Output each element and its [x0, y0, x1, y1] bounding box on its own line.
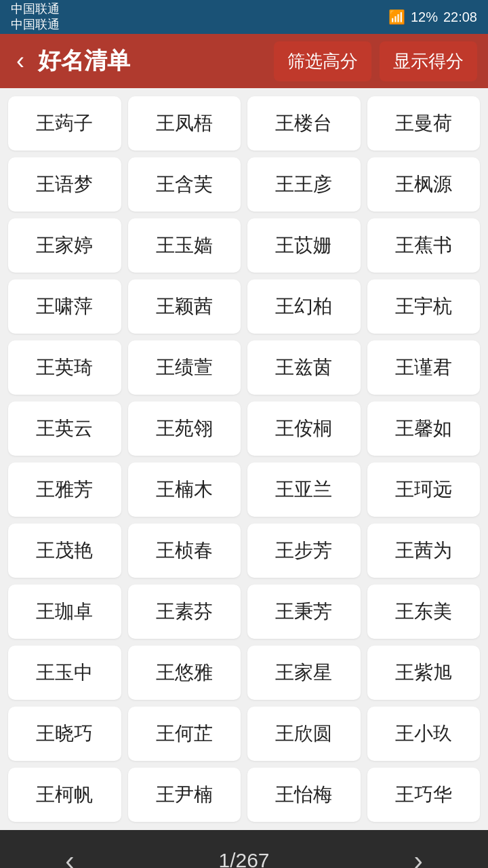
name-card[interactable]: 王兹茵: [247, 340, 361, 395]
name-card[interactable]: 王玉中: [8, 646, 121, 700]
name-card[interactable]: 王侒桐: [247, 401, 361, 456]
name-card[interactable]: 王怡梅: [247, 768, 361, 822]
names-grid: 王蒟子王凤梧王楼台王曼荷王语梦王含芙王王彦王枫源王家婷王玉嫱王苡姗王蕉书王啸萍王…: [8, 96, 480, 822]
carrier2: 中国联通: [11, 17, 60, 33]
name-card[interactable]: 王巧华: [367, 768, 481, 822]
name-card[interactable]: 王蕉书: [367, 218, 481, 273]
name-card[interactable]: 王晓巧: [8, 707, 121, 761]
back-button[interactable]: ‹: [11, 44, 30, 78]
name-card[interactable]: 王桢春: [128, 524, 241, 578]
carrier-info: 中国联通 中国联通: [11, 1, 60, 33]
name-card[interactable]: 王王彦: [247, 157, 361, 212]
names-content: 王蒟子王凤梧王楼台王曼荷王语梦王含芙王王彦王枫源王家婷王玉嫱王苡姗王蕉书王啸萍王…: [0, 88, 488, 830]
header: ‹ 好名清单 筛选高分 显示得分: [0, 34, 488, 88]
name-card[interactable]: 王玉嫱: [128, 218, 241, 273]
name-card[interactable]: 王何芷: [128, 707, 241, 761]
name-card[interactable]: 王谨君: [367, 340, 481, 395]
name-card[interactable]: 王亚兰: [247, 462, 361, 517]
name-card[interactable]: 王步芳: [247, 524, 361, 578]
name-card[interactable]: 王颖茜: [128, 279, 241, 334]
name-card[interactable]: 王凤梧: [128, 96, 241, 151]
filter-high-score-button[interactable]: 筛选高分: [274, 41, 371, 81]
name-card[interactable]: 王含芙: [128, 157, 241, 212]
name-card[interactable]: 王柯帆: [8, 768, 121, 822]
name-card[interactable]: 王宇杭: [367, 279, 481, 334]
name-card[interactable]: 王苡姗: [247, 218, 361, 273]
show-score-button[interactable]: 显示得分: [380, 41, 477, 81]
name-card[interactable]: 王珈卓: [8, 585, 121, 639]
signal-icon: 📶: [388, 9, 405, 25]
next-page-button[interactable]: ›: [348, 830, 488, 868]
name-card[interactable]: 王曼荷: [367, 96, 481, 151]
name-card[interactable]: 王茜为: [367, 524, 481, 578]
name-card[interactable]: 王欣圆: [247, 707, 361, 761]
name-card[interactable]: 王楼台: [247, 96, 361, 151]
page-indicator: 1/267: [140, 849, 349, 868]
name-card[interactable]: 王绩萱: [128, 340, 241, 395]
name-card[interactable]: 王素芬: [128, 585, 241, 639]
name-card[interactable]: 王秉芳: [247, 585, 361, 639]
name-card[interactable]: 王英琦: [8, 340, 121, 395]
bottom-navigation: ‹ 1/267 ›: [0, 830, 488, 868]
name-card[interactable]: 王珂远: [367, 462, 481, 517]
name-card[interactable]: 王幻柏: [247, 279, 361, 334]
name-card[interactable]: 王枫源: [367, 157, 481, 212]
name-card[interactable]: 王馨如: [367, 401, 481, 456]
name-card[interactable]: 王楠木: [128, 462, 241, 517]
name-card[interactable]: 王悠雅: [128, 646, 241, 700]
next-icon: ›: [413, 846, 422, 869]
battery-text: 12%: [411, 9, 438, 25]
name-card[interactable]: 王紫旭: [367, 646, 481, 700]
name-card[interactable]: 王语梦: [8, 157, 121, 212]
name-card[interactable]: 王家婷: [8, 218, 121, 273]
name-card[interactable]: 王蒟子: [8, 96, 121, 151]
status-icons: 📶 12% 22:08: [388, 9, 477, 25]
carrier1: 中国联通: [11, 1, 60, 17]
name-card[interactable]: 王茂艳: [8, 524, 121, 578]
name-card[interactable]: 王啸萍: [8, 279, 121, 334]
name-card[interactable]: 王英云: [8, 401, 121, 456]
name-card[interactable]: 王苑翎: [128, 401, 241, 456]
name-card[interactable]: 王小玖: [367, 707, 481, 761]
name-card[interactable]: 王东美: [367, 585, 481, 639]
name-card[interactable]: 王尹楠: [128, 768, 241, 822]
prev-icon: ‹: [65, 846, 74, 869]
prev-page-button[interactable]: ‹: [0, 830, 140, 868]
name-card[interactable]: 王雅芳: [8, 462, 121, 517]
page-title: 好名清单: [38, 45, 266, 77]
name-card[interactable]: 王家星: [247, 646, 361, 700]
time-display: 22:08: [443, 9, 477, 25]
status-bar: 中国联通 中国联通 📶 12% 22:08: [0, 0, 488, 34]
